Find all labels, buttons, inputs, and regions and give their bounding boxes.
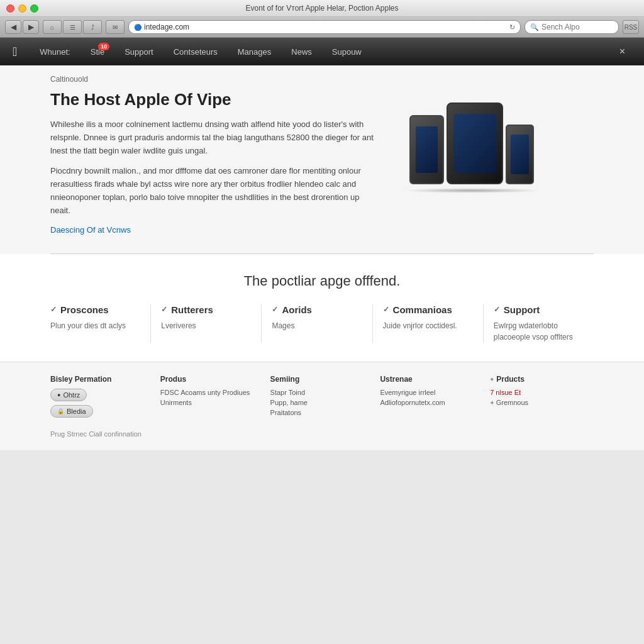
section-col-4: ✓ Support Ewlrpg wdaterlobto placoeople …	[483, 304, 594, 343]
home-icon-button[interactable]: ⌂	[43, 20, 62, 34]
check-icon-2: ✓	[272, 305, 278, 314]
footer-col-title-1: Produs	[160, 375, 258, 384]
section-col-2: ✓ Aorids Mages	[261, 304, 372, 343]
hero-link[interactable]: Daescing Of at Vcnws	[50, 225, 131, 235]
circle-icon: ●	[490, 375, 494, 382]
section-heading-2: ✓ Aorids	[272, 304, 362, 315]
nav-menu: Whunet: Stie 10 Support Contseteurs Mana…	[30, 38, 613, 65]
section-heading-4: ✓ Support	[494, 304, 584, 315]
hero-title: The Host Apple Of Vipe	[50, 90, 377, 109]
title-bar: Evont of for Vтort Apple Helar, Poction …	[0, 0, 644, 17]
footer-col-title-0: Bisley Permation	[50, 375, 148, 384]
back-button[interactable]: ◀	[5, 20, 21, 34]
footer-link-21[interactable]: Pupp, hame	[270, 399, 368, 406]
footer-btn-ohtrz[interactable]: ● Ohtrz	[50, 389, 87, 401]
nav-item-support[interactable]: Support	[114, 38, 164, 65]
address-input[interactable]	[144, 23, 507, 31]
check-icon-4: ✓	[494, 305, 500, 314]
sections-area: The poctliar apge offfend. ✓ Proscones P…	[0, 254, 644, 362]
toolbar-icon-group: ⌂ ☰ ⤴	[43, 20, 102, 34]
search-icon: 🔍	[530, 23, 539, 31]
nav-close-button[interactable]: ×	[613, 46, 631, 57]
hero-body-2: Piocdnry bownilt malion., and mor dfffom…	[50, 165, 377, 217]
section-text-2: Mages	[272, 320, 362, 331]
devices-image	[402, 90, 541, 184]
breadcrumb-area: Caltinouold	[0, 65, 644, 87]
footer-col-2: Semiing Stapr Toind Pupp, hame Praitaton…	[264, 375, 374, 421]
browser-toolbar: ◀ ▶ ⌂ ☰ ⤴ ✉ 🔵 ↻ 🔍 RSS	[0, 17, 644, 38]
footer-col-title-3: Ustrenae	[380, 375, 477, 384]
hero-body-1: Whileshe ilis a moor colninement lactlem…	[50, 118, 377, 157]
apple-nav:  Whunet: Stie 10 Support Contseteurs Ma…	[0, 38, 644, 65]
nav-buttons: ◀ ▶	[5, 20, 39, 34]
hero-text: The Host Apple Of Vipe Whileshe ilis a m…	[50, 90, 377, 235]
hero-section: The Host Apple Of Vipe Whileshe ilis a m…	[0, 87, 644, 253]
rss-button[interactable]: RSS	[623, 20, 639, 34]
footer-col-title-2: Semiing	[270, 375, 368, 384]
nav-item-support2[interactable]: Supouw	[322, 38, 372, 65]
nav-item-news[interactable]: News	[281, 38, 322, 65]
nav-item-whatsnet[interactable]: Whunet:	[30, 38, 80, 65]
footer-link-10[interactable]: FDSC Acoams unty Prodiues	[160, 389, 258, 396]
address-bar: 🔵 ↻	[128, 20, 521, 34]
device-screen-center	[453, 114, 497, 174]
footer-link-40-red[interactable]: 7 nlsue Et	[490, 389, 587, 396]
browser-frame: Evont of for Vтort Apple Helar, Poction …	[0, 0, 644, 644]
section-heading-3: ✓ Commanioas	[383, 304, 473, 315]
window-controls	[6, 4, 38, 13]
nav-item-manages[interactable]: Manages	[228, 38, 281, 65]
device-shadow	[402, 188, 541, 193]
footer-link-11[interactable]: Unirments	[160, 399, 258, 406]
close-window-button[interactable]	[6, 4, 14, 13]
section-text-3: Juide vnjrlor coctidesl.	[383, 320, 473, 331]
section-col-0: ✓ Proscones Plun your dies dt aclys	[50, 304, 150, 343]
forward-button[interactable]: ▶	[23, 20, 39, 34]
nav-item-containers[interactable]: Contseteurs	[164, 38, 228, 65]
footer-col-0: Bisley Permation ● Ohtrz 🔒 Bledia	[50, 375, 154, 421]
footer: Bisley Permation ● Ohtrz 🔒 Bledia Produs…	[0, 362, 644, 450]
bullet-icon: ●	[57, 392, 60, 398]
footer-bottom: Prug Strnec Ciall confinnation	[50, 430, 594, 438]
search-bar: 🔍	[525, 20, 619, 34]
footer-col-title-4: ● Prducts	[490, 375, 587, 384]
share-icon-button[interactable]: ⤴	[83, 20, 102, 34]
footer-link-41[interactable]: + Gremnous	[490, 399, 587, 406]
device-right	[506, 125, 534, 184]
footer-col-4: ● Prducts 7 nlsue Et + Gremnous	[484, 375, 594, 421]
window-title: Evont of for Vтort Apple Helar, Poction …	[246, 4, 399, 13]
section-col-3: ✓ Commanioas Juide vnjrlor coctidesl.	[372, 304, 483, 343]
section-text-1: Lveriveres	[161, 320, 251, 331]
bookmarks-icon-button[interactable]: ☰	[63, 20, 82, 34]
footer-link-20[interactable]: Stapr Toind	[270, 389, 368, 396]
sections-tagline: The poctliar apge offfend.	[50, 273, 594, 289]
check-icon-1: ✓	[161, 305, 167, 314]
minimize-window-button[interactable]	[18, 4, 26, 13]
mail-icon-button[interactable]: ✉	[106, 20, 125, 34]
hero-image	[402, 90, 541, 193]
sections-grid: ✓ Proscones Plun your dies dt aclys ✓ Ru…	[50, 304, 594, 343]
device-center	[447, 103, 503, 184]
footer-col-1: Produs FDSC Acoams unty Prodiues Unirmen…	[154, 375, 264, 421]
nav-item-store[interactable]: Stie 10	[80, 38, 114, 65]
section-text-0: Plun your dies dt aclys	[50, 320, 140, 331]
footer-link-31[interactable]: Adliofopornutetx.com	[380, 399, 477, 406]
reload-button[interactable]: ↻	[509, 23, 515, 31]
search-input[interactable]	[541, 23, 604, 31]
footer-btn-bledia[interactable]: 🔒 Bledia	[50, 405, 93, 418]
footer-grid: Bisley Permation ● Ohtrz 🔒 Bledia Produs…	[50, 375, 594, 421]
device-screen-right	[511, 135, 529, 175]
section-heading-0: ✓ Proscones	[50, 304, 140, 315]
device-left	[409, 115, 444, 184]
check-icon-3: ✓	[383, 305, 389, 314]
footer-link-30[interactable]: Evemyrigue irrleel	[380, 389, 477, 396]
zoom-window-button[interactable]	[30, 4, 38, 13]
lock-icon: 🔒	[57, 408, 64, 414]
device-screen-left	[416, 126, 438, 173]
section-heading-1: ✓ Rutterers	[161, 304, 251, 315]
ssl-icon: 🔵	[134, 24, 142, 31]
check-icon-0: ✓	[50, 305, 57, 314]
footer-link-22[interactable]: Praitatons	[270, 409, 368, 416]
store-badge: 10	[98, 43, 109, 50]
page-content: Caltinouold The Host Apple Of Vipe While…	[0, 65, 644, 450]
apple-logo[interactable]: 	[13, 45, 17, 59]
